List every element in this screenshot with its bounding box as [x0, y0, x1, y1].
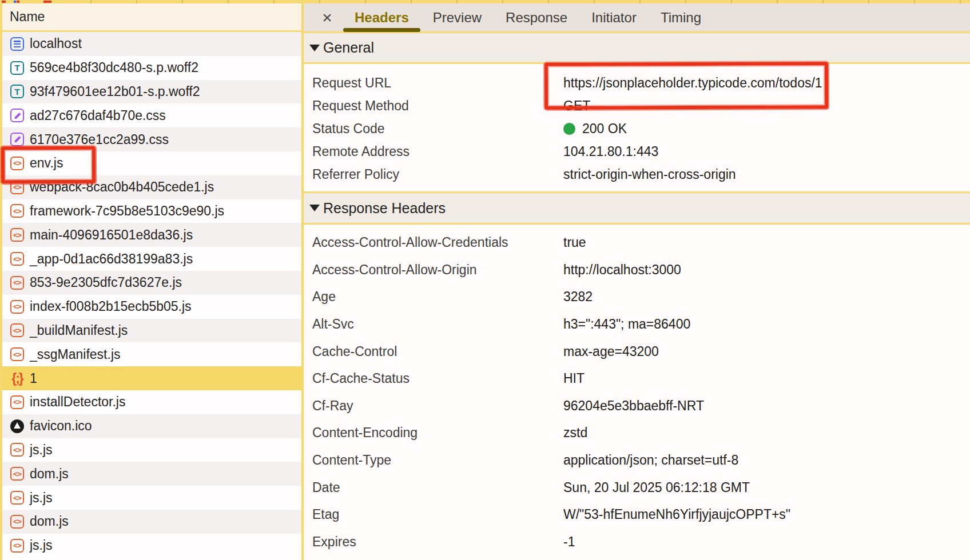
header-row-Cf-Cache-Status: Cf-Cache-StatusHIT [304, 365, 970, 393]
header-row-Content-Type: Content-Typeapplication/json; charset=ut… [304, 447, 970, 474]
stylesheet-icon [10, 133, 24, 146]
request-row-favicon.ico[interactable]: favicon.ico [2, 414, 301, 438]
status-ok-dot-icon [563, 123, 575, 135]
header-row-Request Method: Request MethodGET [304, 94, 970, 117]
section-header-general[interactable]: General [304, 33, 970, 62]
script-file-icon: <> [10, 395, 24, 409]
disclosure-triangle-icon [309, 205, 320, 211]
tab-response[interactable]: Response [506, 3, 567, 31]
header-row-Status Code: Status Code200 OK [304, 117, 970, 140]
header-name: Alt-Svc [312, 317, 563, 332]
header-name: Content-Type [312, 453, 563, 468]
section-rows-response: Access-Control-Allow-CredentialstrueAcce… [304, 225, 970, 555]
request-name: env.js [30, 155, 63, 171]
close-icon[interactable]: × [319, 9, 336, 26]
request-row-ad27c676daf4b70e.css[interactable]: ad27c676daf4b70e.css [2, 103, 301, 127]
tab-initiator[interactable]: Initiator [591, 3, 637, 31]
tab-headers[interactable]: Headers [355, 3, 409, 31]
disclosure-triangle-icon [309, 45, 320, 51]
request-name: 853-9e2305dfc7d3627e.js [30, 275, 182, 290]
script-file-icon: <> [10, 228, 24, 242]
header-name: Expires [312, 534, 563, 550]
request-row-index-f008b2b15ecb5b05.js[interactable]: <>index-f008b2b15ecb5b05.js [2, 295, 301, 319]
name-column-header[interactable]: Name [2, 3, 301, 30]
request-row-localhost[interactable]: localhost [2, 32, 301, 56]
header-row-Date: DateSun, 20 Jul 2025 06:12:18 GMT [304, 474, 970, 501]
header-name: Cf-Ray [312, 398, 563, 414]
request-row-env.js[interactable]: <>env.js [2, 151, 301, 175]
header-value: 96204e5e3bbaebff-NRT [563, 398, 704, 414]
request-name: favicon.ico [30, 418, 92, 434]
request-name: js.js [30, 490, 53, 506]
header-row-Etag: EtagW/"53-hfEnumeNh6YirfjyjaujcOPPT+s" [304, 501, 970, 529]
script-file-icon: <> [10, 181, 24, 194]
request-row-dom.js[interactable]: <>dom.js [2, 462, 301, 486]
font-file-icon: T [10, 61, 24, 75]
section-header-response[interactable]: Response Headers [304, 193, 970, 223]
request-name: 1 [30, 371, 37, 386]
tab-timing[interactable]: Timing [661, 3, 701, 31]
request-row-js.js[interactable]: <>js.js [2, 534, 301, 558]
header-name: Date [312, 480, 563, 495]
section-rows-general: Request URLhttps://jsonplaceholder.typic… [304, 64, 970, 191]
request-name: 93f479601ee12b01-s.p.woff2 [30, 84, 200, 99]
header-row-Remote Address: Remote Address104.21.80.1:443 [304, 140, 970, 163]
header-name: Cache-Control [312, 344, 563, 359]
request-row-dom.js[interactable]: <>dom.js [2, 510, 301, 534]
header-row-Access-Control-Allow-Origin: Access-Control-Allow-Originhttp://localh… [304, 257, 970, 284]
request-name: framework-7c95b8e5103c9e90.js [30, 203, 224, 219]
script-file-icon: <> [10, 323, 24, 337]
header-value: Sun, 20 Jul 2025 06:12:18 GMT [563, 480, 750, 495]
script-file-icon: <> [10, 300, 24, 314]
request-row-93f479601ee12b01-s.p.woff2[interactable]: T93f479601ee12b01-s.p.woff2 [2, 80, 301, 104]
header-row-Age: Age3282 [304, 283, 970, 311]
request-row-main-4096916501e8da36.js[interactable]: <>main-4096916501e8da36.js [2, 223, 301, 247]
request-name: _app-0d1ac66d38199a83.js [30, 251, 193, 267]
stylesheet-icon [10, 109, 24, 122]
script-file-icon: <> [10, 252, 24, 266]
request-list-panel: Name localhostT569ce4b8f30dc480-s.p.woff… [2, 3, 301, 560]
request-name: 6170e376e1cc2a99.css [30, 132, 169, 147]
request-row-_buildManifest.js[interactable]: <>_buildManifest.js [2, 319, 301, 343]
request-row-installDetector.js[interactable]: <>installDetector.js [2, 390, 301, 414]
header-value: application/json; charset=utf-8 [563, 453, 738, 468]
script-file-icon: <> [10, 539, 24, 553]
script-file-icon: <> [10, 515, 24, 529]
header-value: true [563, 235, 586, 250]
header-name: Request URL [312, 75, 563, 91]
name-column-label: Name [10, 9, 45, 25]
section-title: Response Headers [323, 200, 446, 217]
header-value: https://jsonplaceholder.typicode.com/tod… [563, 75, 822, 91]
request-row-js.js[interactable]: <>js.js [2, 438, 301, 462]
document-icon [10, 37, 24, 51]
header-name: Referrer Policy [312, 167, 563, 182]
header-row-Expires: Expires-1 [304, 529, 970, 556]
overview-red-tick [2, 1, 6, 3]
request-row-_ssgManifest.js[interactable]: <>_ssgManifest.js [2, 342, 301, 366]
request-name: installDetector.js [30, 394, 125, 410]
request-row-_app-0d1ac66d38199a83.js[interactable]: <>_app-0d1ac66d38199a83.js [2, 247, 301, 271]
header-row-Cache-Control: Cache-Controlmax-age=43200 [304, 338, 970, 365]
script-file-icon: <> [10, 276, 24, 290]
request-name: js.js [30, 442, 53, 458]
header-name: Request Method [312, 98, 563, 114]
request-detail-panel: × HeadersPreviewResponseInitiatorTiming … [304, 3, 970, 560]
request-row-1[interactable]: {;}1 [2, 366, 301, 390]
header-row-Cf-Ray: Cf-Ray96204e5e3bbaebff-NRT [304, 393, 970, 420]
header-value: http://localhost:3000 [563, 262, 681, 278]
request-row-569ce4b8f30dc480-s.p.woff2[interactable]: T569ce4b8f30dc480-s.p.woff2 [2, 56, 301, 80]
request-name: webpack-8cac0b4b405cede1.js [30, 179, 214, 195]
header-name: Remote Address [312, 144, 563, 159]
request-row-js.js[interactable]: <>js.js [2, 486, 301, 510]
request-row-webpack-8cac0b4b405cede1.js[interactable]: <>webpack-8cac0b4b405cede1.js [2, 175, 301, 199]
header-value: strict-origin-when-cross-origin [563, 167, 736, 182]
tab-preview[interactable]: Preview [433, 3, 482, 31]
detail-tab-bar: × HeadersPreviewResponseInitiatorTiming [304, 3, 970, 31]
request-name: 569ce4b8f30dc480-s.p.woff2 [30, 60, 198, 75]
request-row-6170e376e1cc2a99.css[interactable]: 6170e376e1cc2a99.css [2, 127, 301, 151]
overview-red-tick [17, 1, 19, 3]
header-value: GET [563, 98, 590, 114]
request-row-853-9e2305dfc7d3627e.js[interactable]: <>853-9e2305dfc7d3627e.js [2, 271, 301, 295]
header-name: Etag [312, 507, 563, 522]
request-row-framework-7c95b8e5103c9e90.js[interactable]: <>framework-7c95b8e5103c9e90.js [2, 199, 301, 223]
